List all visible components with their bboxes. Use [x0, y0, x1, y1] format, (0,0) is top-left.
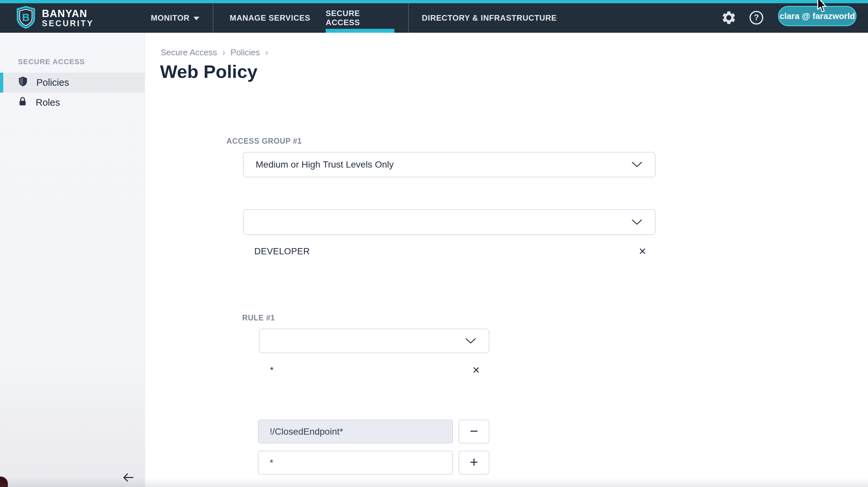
rule-heading: RULE #1 [242, 313, 275, 323]
nav-tab-manage-services[interactable]: MANAGE SERVICES [224, 3, 316, 33]
brand-name: BANYAN SECURITY [42, 8, 94, 28]
access-group-heading: ACCESS GROUP #1 [226, 137, 302, 146]
back-arrow-icon [121, 471, 134, 485]
add-resource-button[interactable]: + [459, 451, 489, 475]
banyan-shield-icon: B [16, 6, 36, 30]
breadcrumb: Secure Access › Policies › [161, 47, 268, 58]
help-button[interactable]: ? [749, 11, 764, 26]
lock-icon [18, 96, 27, 109]
resource-row: − [258, 420, 489, 444]
nav-tab-manage-services-label: MANAGE SERVICES [230, 13, 310, 23]
sidebar-section-label: SECURE ACCESS [18, 58, 85, 66]
top-accent-bar [0, 0, 868, 3]
nav-tab-directory-infrastructure[interactable]: DIRECTORY & INFRASTRUCTURE [421, 3, 558, 33]
trust-levels-value: Medium or High Trust Levels Only [244, 159, 631, 170]
sidebar-item-roles-label: Roles [36, 97, 60, 108]
screen-corner-artifact [0, 477, 8, 487]
remove-role-button[interactable]: ✕ [639, 247, 646, 256]
brand-line1: BANYAN [42, 8, 94, 19]
nav-tab-monitor[interactable]: MONITOR [141, 3, 210, 33]
app-root: B BANYAN SECURITY MONITOR MANAGE SERVICE… [0, 0, 868, 487]
sidebar-item-policies[interactable]: Policies [0, 73, 145, 93]
resource-input-2[interactable] [258, 451, 453, 475]
sidebar-item-policies-label: Policies [36, 77, 69, 88]
roles-select[interactable] [243, 209, 656, 235]
gear-icon [721, 10, 737, 27]
sidebar-active-indicator [0, 73, 3, 93]
actions-select[interactable] [259, 329, 489, 353]
main-content: Secure Access › Policies › Web Policy AC… [145, 33, 868, 487]
mouse-cursor [816, 0, 828, 14]
plus-icon: + [470, 454, 478, 470]
settings-button[interactable] [721, 11, 737, 26]
sidebar-collapse-button[interactable] [120, 470, 136, 486]
breadcrumb-link-policies[interactable]: Policies [230, 48, 260, 58]
trust-levels-select[interactable]: Medium or High Trust Levels Only [243, 152, 656, 177]
resource-row: + [258, 451, 489, 475]
chevron-down-icon [631, 219, 643, 225]
selected-action-name: * [259, 365, 472, 375]
top-nav: B BANYAN SECURITY MONITOR MANAGE SERVICE… [0, 0, 868, 33]
remove-action-button[interactable]: ✕ [472, 366, 480, 375]
brand-line2: SECURITY [42, 19, 94, 28]
brand-logo[interactable]: B BANYAN SECURITY [16, 6, 94, 30]
help-icon: ? [749, 10, 764, 27]
nav-divider [213, 3, 213, 33]
nav-tab-monitor-label: MONITOR [151, 13, 190, 23]
nav-tab-secure-access-label: SECURE ACCESS [326, 9, 394, 27]
sidebar: SECURE ACCESS Policies Roles [0, 33, 145, 487]
page-title: Web Policy [160, 61, 257, 82]
chevron-down-icon [631, 161, 643, 168]
breadcrumb-separator: › [222, 47, 225, 58]
nav-tab-directory-infrastructure-label: DIRECTORY & INFRASTRUCTURE [422, 13, 557, 23]
selected-role-name: DEVELOPER [243, 246, 639, 256]
nav-tab-secure-access[interactable]: SECURE ACCESS [326, 3, 394, 33]
sidebar-item-roles[interactable]: Roles [0, 93, 145, 113]
svg-text:?: ? [754, 13, 759, 22]
nav-divider [408, 3, 409, 33]
selected-action-row: * ✕ [259, 363, 489, 377]
minus-icon: − [470, 423, 478, 439]
remove-resource-button[interactable]: − [459, 420, 489, 444]
breadcrumb-link-secure-access[interactable]: Secure Access [161, 48, 217, 58]
breadcrumb-separator: › [265, 47, 268, 58]
active-tab-indicator [326, 29, 394, 33]
shield-icon [18, 76, 28, 89]
resource-input-1[interactable] [258, 420, 453, 444]
selected-role-row: DEVELOPER ✕ [243, 244, 656, 259]
chevron-down-icon [465, 338, 476, 344]
svg-text:B: B [22, 11, 29, 23]
caret-down-icon [193, 17, 199, 20]
